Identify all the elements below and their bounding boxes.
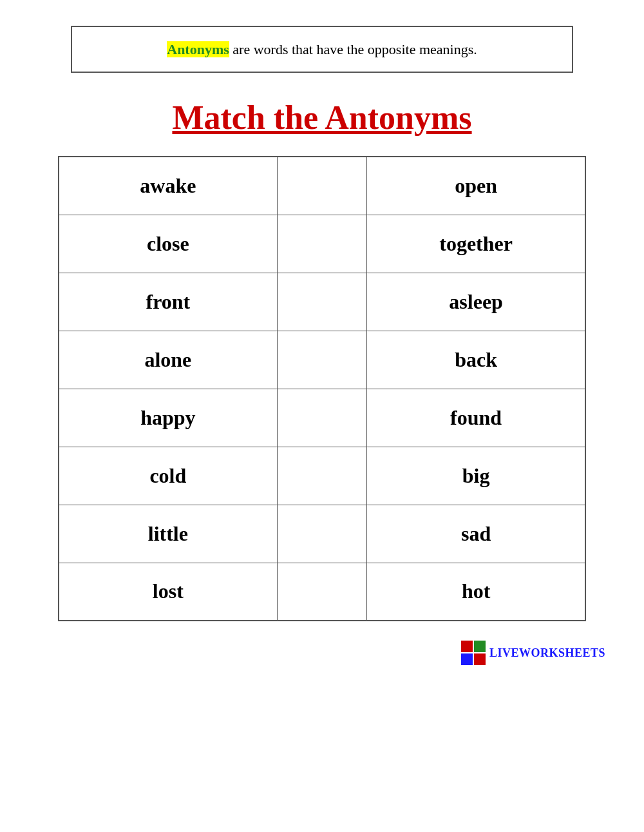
right-word: together xyxy=(367,215,585,273)
table-row: littlesad xyxy=(59,505,585,563)
middle-connector xyxy=(277,563,367,621)
lw-brand-text: LIVEWORKSHEETS xyxy=(489,646,605,660)
logo-block-red-bottom xyxy=(474,653,486,665)
definition-box: Antonyms are words that have the opposit… xyxy=(71,26,573,73)
middle-connector xyxy=(277,389,367,447)
table-row: happyfound xyxy=(59,389,585,447)
middle-connector xyxy=(277,447,367,505)
right-word: hot xyxy=(367,563,585,621)
table-row: awakeopen xyxy=(59,157,585,215)
right-word: sad xyxy=(367,505,585,563)
left-word: lost xyxy=(59,563,277,621)
logo-block-green-top xyxy=(474,641,486,652)
table-row: closetogether xyxy=(59,215,585,273)
right-word: asleep xyxy=(367,273,585,331)
table-row: aloneback xyxy=(59,331,585,389)
left-word: alone xyxy=(59,331,277,389)
table-row: losthot xyxy=(59,563,585,621)
table-row: coldbig xyxy=(59,447,585,505)
page-title: Match the Antonyms xyxy=(172,99,471,137)
middle-connector xyxy=(277,331,367,389)
antonyms-highlight: Antonyms xyxy=(167,41,229,57)
logo-block-blue-bottom xyxy=(461,653,473,665)
liveworksheets-branding: LIVEWORKSHEETS xyxy=(461,641,605,665)
logo-block-red-top xyxy=(461,641,473,652)
left-word: close xyxy=(59,215,277,273)
left-word: happy xyxy=(59,389,277,447)
table-row: frontasleep xyxy=(59,273,585,331)
right-word: big xyxy=(367,447,585,505)
left-word: little xyxy=(59,505,277,563)
left-word: cold xyxy=(59,447,277,505)
right-word: open xyxy=(367,157,585,215)
left-word: front xyxy=(59,273,277,331)
middle-connector xyxy=(277,157,367,215)
middle-connector xyxy=(277,505,367,563)
right-word: found xyxy=(367,389,585,447)
middle-connector xyxy=(277,215,367,273)
definition-text: are words that have the opposite meaning… xyxy=(229,41,477,57)
match-table: awakeopenclosetogetherfrontasleepaloneba… xyxy=(58,156,586,621)
lw-logo xyxy=(461,641,486,665)
middle-connector xyxy=(277,273,367,331)
left-word: awake xyxy=(59,157,277,215)
right-word: back xyxy=(367,331,585,389)
